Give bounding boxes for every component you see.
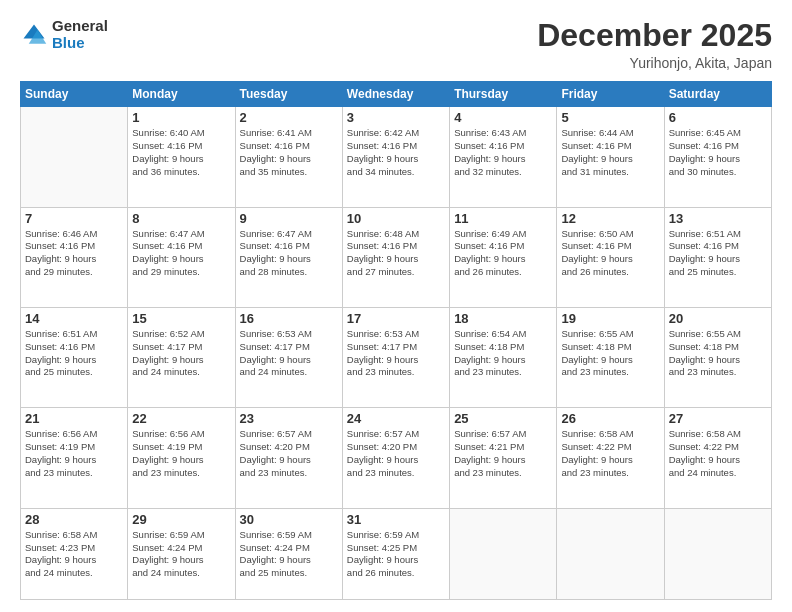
calendar-cell: 23Sunrise: 6:57 AM Sunset: 4:20 PM Dayli… <box>235 408 342 508</box>
day-number: 16 <box>240 311 338 326</box>
day-number: 20 <box>669 311 767 326</box>
header-sunday: Sunday <box>21 82 128 107</box>
day-number: 2 <box>240 110 338 125</box>
week-row-4: 21Sunrise: 6:56 AM Sunset: 4:19 PM Dayli… <box>21 408 772 508</box>
calendar-cell: 24Sunrise: 6:57 AM Sunset: 4:20 PM Dayli… <box>342 408 449 508</box>
day-info: Sunrise: 6:41 AM Sunset: 4:16 PM Dayligh… <box>240 127 338 178</box>
calendar-cell: 1Sunrise: 6:40 AM Sunset: 4:16 PM Daylig… <box>128 107 235 207</box>
day-number: 28 <box>25 512 123 527</box>
day-number: 23 <box>240 411 338 426</box>
day-info: Sunrise: 6:44 AM Sunset: 4:16 PM Dayligh… <box>561 127 659 178</box>
logo-general-text: General <box>52 18 108 35</box>
day-number: 12 <box>561 211 659 226</box>
day-info: Sunrise: 6:55 AM Sunset: 4:18 PM Dayligh… <box>669 328 767 379</box>
calendar-cell: 31Sunrise: 6:59 AM Sunset: 4:25 PM Dayli… <box>342 508 449 599</box>
month-title: December 2025 <box>537 18 772 53</box>
day-info: Sunrise: 6:59 AM Sunset: 4:25 PM Dayligh… <box>347 529 445 580</box>
day-info: Sunrise: 6:49 AM Sunset: 4:16 PM Dayligh… <box>454 228 552 279</box>
day-number: 7 <box>25 211 123 226</box>
header-wednesday: Wednesday <box>342 82 449 107</box>
day-info: Sunrise: 6:53 AM Sunset: 4:17 PM Dayligh… <box>347 328 445 379</box>
week-row-1: 1Sunrise: 6:40 AM Sunset: 4:16 PM Daylig… <box>21 107 772 207</box>
calendar-cell <box>664 508 771 599</box>
day-info: Sunrise: 6:57 AM Sunset: 4:20 PM Dayligh… <box>240 428 338 479</box>
day-info: Sunrise: 6:46 AM Sunset: 4:16 PM Dayligh… <box>25 228 123 279</box>
logo-icon <box>20 21 48 49</box>
weekday-header-row: Sunday Monday Tuesday Wednesday Thursday… <box>21 82 772 107</box>
calendar-cell: 8Sunrise: 6:47 AM Sunset: 4:16 PM Daylig… <box>128 207 235 307</box>
day-number: 11 <box>454 211 552 226</box>
day-info: Sunrise: 6:55 AM Sunset: 4:18 PM Dayligh… <box>561 328 659 379</box>
day-info: Sunrise: 6:47 AM Sunset: 4:16 PM Dayligh… <box>240 228 338 279</box>
day-info: Sunrise: 6:57 AM Sunset: 4:20 PM Dayligh… <box>347 428 445 479</box>
calendar-cell <box>21 107 128 207</box>
week-row-3: 14Sunrise: 6:51 AM Sunset: 4:16 PM Dayli… <box>21 307 772 407</box>
day-number: 1 <box>132 110 230 125</box>
logo-text: General Blue <box>52 18 108 51</box>
day-info: Sunrise: 6:54 AM Sunset: 4:18 PM Dayligh… <box>454 328 552 379</box>
calendar-cell: 2Sunrise: 6:41 AM Sunset: 4:16 PM Daylig… <box>235 107 342 207</box>
day-number: 27 <box>669 411 767 426</box>
day-number: 4 <box>454 110 552 125</box>
day-info: Sunrise: 6:57 AM Sunset: 4:21 PM Dayligh… <box>454 428 552 479</box>
calendar-cell: 17Sunrise: 6:53 AM Sunset: 4:17 PM Dayli… <box>342 307 449 407</box>
calendar-cell: 10Sunrise: 6:48 AM Sunset: 4:16 PM Dayli… <box>342 207 449 307</box>
day-number: 25 <box>454 411 552 426</box>
day-number: 31 <box>347 512 445 527</box>
day-info: Sunrise: 6:43 AM Sunset: 4:16 PM Dayligh… <box>454 127 552 178</box>
header-saturday: Saturday <box>664 82 771 107</box>
day-info: Sunrise: 6:56 AM Sunset: 4:19 PM Dayligh… <box>25 428 123 479</box>
calendar-cell: 21Sunrise: 6:56 AM Sunset: 4:19 PM Dayli… <box>21 408 128 508</box>
calendar-cell: 27Sunrise: 6:58 AM Sunset: 4:22 PM Dayli… <box>664 408 771 508</box>
calendar-cell: 14Sunrise: 6:51 AM Sunset: 4:16 PM Dayli… <box>21 307 128 407</box>
calendar-cell <box>450 508 557 599</box>
day-number: 21 <box>25 411 123 426</box>
day-info: Sunrise: 6:51 AM Sunset: 4:16 PM Dayligh… <box>25 328 123 379</box>
header-tuesday: Tuesday <box>235 82 342 107</box>
page: General Blue December 2025 Yurihonjo, Ak… <box>0 0 792 612</box>
calendar-cell: 19Sunrise: 6:55 AM Sunset: 4:18 PM Dayli… <box>557 307 664 407</box>
day-number: 26 <box>561 411 659 426</box>
calendar-cell: 16Sunrise: 6:53 AM Sunset: 4:17 PM Dayli… <box>235 307 342 407</box>
day-info: Sunrise: 6:48 AM Sunset: 4:16 PM Dayligh… <box>347 228 445 279</box>
calendar-cell: 26Sunrise: 6:58 AM Sunset: 4:22 PM Dayli… <box>557 408 664 508</box>
day-number: 29 <box>132 512 230 527</box>
calendar-cell: 7Sunrise: 6:46 AM Sunset: 4:16 PM Daylig… <box>21 207 128 307</box>
day-info: Sunrise: 6:45 AM Sunset: 4:16 PM Dayligh… <box>669 127 767 178</box>
week-row-5: 28Sunrise: 6:58 AM Sunset: 4:23 PM Dayli… <box>21 508 772 599</box>
day-number: 14 <box>25 311 123 326</box>
day-info: Sunrise: 6:58 AM Sunset: 4:23 PM Dayligh… <box>25 529 123 580</box>
calendar-cell <box>557 508 664 599</box>
calendar-cell: 18Sunrise: 6:54 AM Sunset: 4:18 PM Dayli… <box>450 307 557 407</box>
day-number: 3 <box>347 110 445 125</box>
day-number: 24 <box>347 411 445 426</box>
day-number: 9 <box>240 211 338 226</box>
day-info: Sunrise: 6:51 AM Sunset: 4:16 PM Dayligh… <box>669 228 767 279</box>
calendar-cell: 13Sunrise: 6:51 AM Sunset: 4:16 PM Dayli… <box>664 207 771 307</box>
calendar-cell: 4Sunrise: 6:43 AM Sunset: 4:16 PM Daylig… <box>450 107 557 207</box>
day-info: Sunrise: 6:53 AM Sunset: 4:17 PM Dayligh… <box>240 328 338 379</box>
location: Yurihonjo, Akita, Japan <box>537 55 772 71</box>
logo-blue-text: Blue <box>52 35 108 52</box>
day-info: Sunrise: 6:58 AM Sunset: 4:22 PM Dayligh… <box>561 428 659 479</box>
calendar-cell: 29Sunrise: 6:59 AM Sunset: 4:24 PM Dayli… <box>128 508 235 599</box>
day-number: 6 <box>669 110 767 125</box>
day-number: 13 <box>669 211 767 226</box>
day-number: 30 <box>240 512 338 527</box>
day-number: 19 <box>561 311 659 326</box>
calendar-cell: 15Sunrise: 6:52 AM Sunset: 4:17 PM Dayli… <box>128 307 235 407</box>
day-info: Sunrise: 6:50 AM Sunset: 4:16 PM Dayligh… <box>561 228 659 279</box>
header-friday: Friday <box>557 82 664 107</box>
day-info: Sunrise: 6:47 AM Sunset: 4:16 PM Dayligh… <box>132 228 230 279</box>
logo: General Blue <box>20 18 108 51</box>
header-thursday: Thursday <box>450 82 557 107</box>
calendar-cell: 30Sunrise: 6:59 AM Sunset: 4:24 PM Dayli… <box>235 508 342 599</box>
calendar-cell: 5Sunrise: 6:44 AM Sunset: 4:16 PM Daylig… <box>557 107 664 207</box>
calendar-table: Sunday Monday Tuesday Wednesday Thursday… <box>20 81 772 600</box>
calendar-cell: 28Sunrise: 6:58 AM Sunset: 4:23 PM Dayli… <box>21 508 128 599</box>
calendar-cell: 20Sunrise: 6:55 AM Sunset: 4:18 PM Dayli… <box>664 307 771 407</box>
day-number: 17 <box>347 311 445 326</box>
header-monday: Monday <box>128 82 235 107</box>
day-info: Sunrise: 6:56 AM Sunset: 4:19 PM Dayligh… <box>132 428 230 479</box>
title-block: December 2025 Yurihonjo, Akita, Japan <box>537 18 772 71</box>
